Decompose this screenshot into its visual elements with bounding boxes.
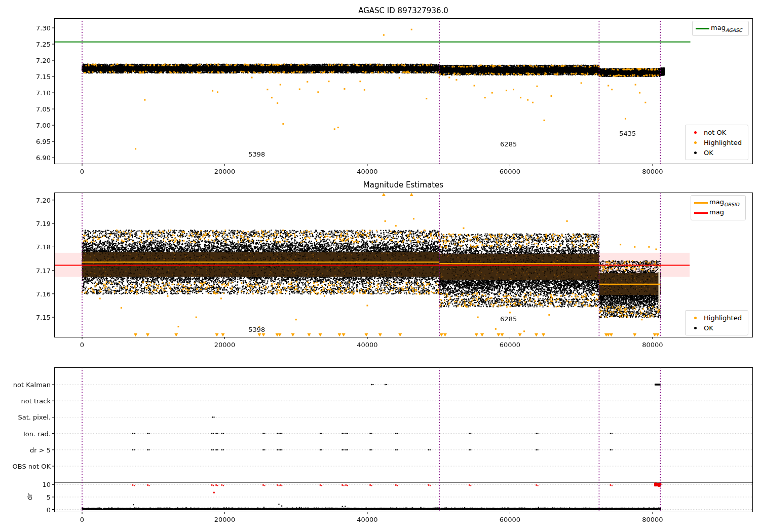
y-tick-label: 7.19	[0, 220, 51, 227]
y-tick-label: 7.00	[0, 122, 51, 129]
green-line-sample	[694, 28, 711, 29]
category-label: dr > 5	[0, 446, 51, 453]
highlighted-dot-icon	[694, 141, 697, 144]
category-label: not Kalman	[0, 381, 51, 389]
x-tick-label: 0	[80, 341, 84, 349]
x-tick-label: 40000	[357, 168, 377, 175]
legend-label: Highlighted	[704, 314, 747, 322]
legend-label-sub: AGASC	[726, 27, 742, 33]
x-tick-label: 40000	[357, 341, 377, 349]
legend-label: not OK	[704, 129, 731, 136]
y-tick-label: 7.18	[0, 243, 51, 251]
y-tick-label: 6.90	[0, 154, 51, 162]
y-tick-label: 7.25	[0, 41, 51, 48]
segment-label: 5398	[248, 325, 265, 333]
category-label: Ion. rad.	[0, 430, 51, 437]
ok-dot-icon	[694, 327, 697, 329]
x-tick-label: 80000	[642, 516, 663, 523]
segment-label: 5398	[248, 150, 265, 158]
x-tick-label: 0	[80, 516, 84, 523]
x-tick-label: 20000	[214, 516, 235, 523]
legend-label: OK	[704, 324, 718, 332]
y-tick-label: 7.15	[0, 314, 51, 321]
legend-point-status-top: not OK Highlighted OK	[685, 125, 748, 160]
x-tick-label: 60000	[500, 168, 520, 175]
category-label: not track	[0, 397, 51, 405]
x-tick-label: 0	[80, 168, 84, 175]
x-tick-label: 60000	[500, 516, 520, 523]
x-tick-label: 40000	[357, 516, 377, 523]
red-line-sample	[694, 212, 708, 214]
dr-tick-label: 5	[0, 493, 51, 501]
legend-item: magAGASC	[694, 23, 747, 33]
y-tick-label: 7.16	[0, 290, 51, 297]
legend-label-sub: OBSID	[724, 202, 739, 207]
segment-label: 6285	[500, 315, 517, 323]
y-tick-label: 7.10	[0, 89, 51, 97]
y-tick-label: 7.30	[0, 24, 51, 32]
highlighted-dot-icon	[694, 317, 697, 319]
legend-label: magAGASC	[711, 24, 747, 33]
line-swatch	[696, 28, 709, 29]
segment-label: 5435	[619, 299, 636, 307]
category-label: Sat. pixel.	[0, 413, 51, 421]
y-tick-label: 7.20	[0, 196, 51, 204]
legend-label-main: mag	[709, 208, 724, 216]
legend-label: magOBSID	[709, 198, 744, 207]
x-tick-label: 20000	[214, 168, 235, 175]
segment-label: 6285	[500, 140, 517, 148]
y-tick-label: 7.20	[0, 57, 51, 64]
y-tick-label: 6.95	[0, 138, 51, 145]
legend-label-main: mag	[709, 198, 724, 206]
dr-tick-label: 10	[0, 481, 51, 488]
legend-item: OK	[687, 147, 747, 158]
legend-item: mag	[692, 208, 744, 218]
legend-mag-lines: magOBSID mag	[691, 195, 746, 220]
legend-item: not OK	[687, 127, 747, 137]
figure: AGASC ID 897327936.0 Magnitude Estimates…	[0, 0, 760, 532]
legend-label: OK	[704, 149, 718, 157]
chart2-title: Magnitude Estimates	[363, 180, 443, 189]
legend-mag-agasc: magAGASC	[692, 21, 749, 36]
x-tick-label: 80000	[642, 168, 663, 175]
legend-label: mag	[709, 208, 729, 217]
legend-item: Highlighted	[687, 137, 747, 147]
y-tick-label: 7.05	[0, 105, 51, 113]
legend-item: magOBSID	[692, 198, 744, 208]
x-tick-label: 20000	[214, 341, 235, 349]
y-tick-label: 7.17	[0, 267, 51, 274]
legend-point-status-middle: Highlighted OK	[685, 310, 748, 335]
x-tick-label: 80000	[642, 341, 663, 349]
segment-label: 5435	[619, 130, 636, 137]
legend-label-main: mag	[711, 24, 726, 31]
legend-item: Highlighted	[687, 313, 747, 323]
chart1-title: AGASC ID 897327936.0	[358, 6, 448, 15]
y-tick-label: 7.15	[0, 73, 51, 81]
orange-line-sample	[694, 202, 708, 204]
legend-item: OK	[687, 323, 747, 333]
x-tick-label: 60000	[500, 341, 520, 349]
legend-label: Highlighted	[704, 139, 747, 146]
not-ok-dot-icon	[694, 131, 697, 134]
plot-canvas	[0, 0, 760, 532]
category-label: OBS not OK	[0, 463, 51, 470]
dr-tick-label: 0	[0, 506, 51, 513]
ok-dot-icon	[694, 151, 697, 154]
